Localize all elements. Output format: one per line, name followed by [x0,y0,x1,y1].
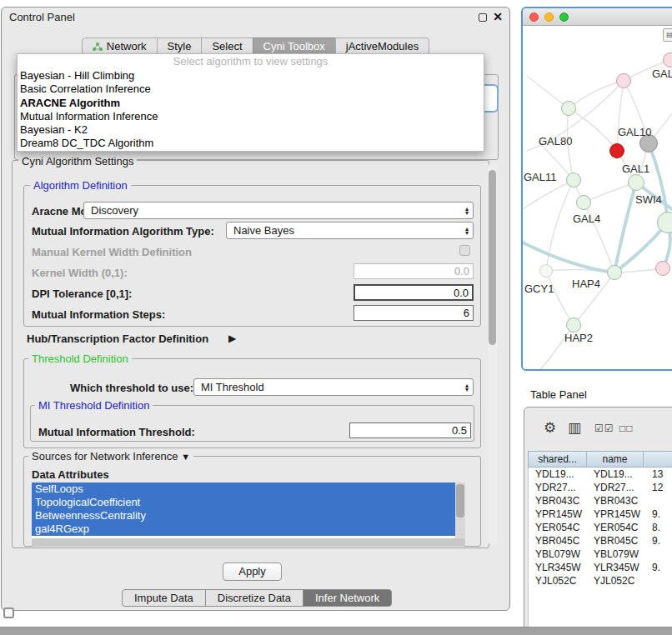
column-header[interactable] [644,452,672,467]
manual-kernel-checkbox[interactable] [459,245,470,256]
table-body: YDL19...YDL19...13 YDR27...YDR27...12 YB… [528,468,672,634]
dpi-tolerance-label: DPI Tolerance [0,1]: [32,288,132,300]
dpi-tolerance-input[interactable] [354,284,474,301]
clear-all-checkboxes-icon[interactable]: □□ [619,422,634,434]
dropdown-item[interactable]: Bayesian - K2 [18,123,484,137]
tab-network[interactable]: Network [82,38,158,55]
network-node[interactable] [628,174,644,191]
tab-impute-data[interactable]: Impute Data [122,589,206,607]
tab-cyni-toolbox[interactable]: Cyni Toolbox [253,38,336,55]
network-node[interactable] [607,265,622,280]
select-all-checkboxes-icon[interactable]: ☑☑ [594,422,614,434]
table-row[interactable]: YBR043CYBR043C [529,494,672,508]
dropdown-item[interactable]: Bayesian - Hill Climbing [18,69,484,82]
tab-label: Select [212,40,242,52]
zoom-traffic-light[interactable] [559,12,569,22]
expand-right-icon[interactable]: ▶ [228,332,236,344]
tab-discretize-data[interactable]: Discretize Data [205,589,303,607]
node-label: GAL10 [618,126,651,138]
mi-type-select[interactable]: Naive Bayes ▴▾ [226,222,474,239]
groupbox-legend: MI Threshold Definition [35,399,153,412]
scrollbar-thumb[interactable] [456,484,464,518]
network-node[interactable] [576,195,591,210]
node-label: GAL4 [573,212,600,225]
which-threshold-select[interactable]: MI Threshold ▴▾ [193,378,474,396]
data-attributes-label: Data Attributes [32,468,109,481]
columns-icon[interactable]: ▥ [568,419,581,437]
mi-steps-input[interactable] [354,305,474,321]
node-label: GAL1 [622,162,649,175]
network-node[interactable] [561,101,576,116]
network-view-window: GAL80 GAL10 GAL1 GAL11 SWI4 GAL4 GCY1 HA… [521,7,672,371]
table-row[interactable]: YBL079WYBL079W [529,548,672,561]
table-row[interactable]: YBR045CYBR045C9. [529,534,672,548]
groupbox-legend: Threshold Definition [28,352,132,365]
network-node[interactable] [566,318,581,332]
tab-style[interactable]: Style [157,38,203,55]
settings-scrollbar[interactable] [488,163,497,545]
docked-panel-icon[interactable] [3,608,14,618]
scrollbar-thumb[interactable] [489,170,496,345]
network-node[interactable] [609,143,624,158]
mi-type-label: Mutual Information Algorithm Type: [32,225,214,238]
kernel-width-input[interactable] [354,263,474,279]
network-node[interactable] [663,52,672,68]
dropdown-item-selected[interactable]: ARACNE Algorithm [18,97,484,110]
close-traffic-light[interactable] [529,12,539,22]
kernel-width-label: Kernel Width (0,1): [32,267,128,279]
tab-infer-network[interactable]: Infer Network [303,589,392,607]
float-window-icon[interactable] [479,13,487,22]
network-canvas[interactable]: GAL80 GAL10 GAL1 GAL11 SWI4 GAL4 GCY1 HA… [523,26,672,369]
table-row[interactable]: YPR145WYPR145W9. [529,508,672,521]
tab-label: Network [107,40,147,52]
list-item[interactable]: gal4RGexp [32,522,455,536]
gear-icon[interactable]: ⚙ [544,419,556,437]
apply-button[interactable]: Apply [223,562,282,581]
list-item[interactable]: TopologicalCoefficient [32,496,455,509]
collapse-down-icon[interactable]: ▼ [181,452,190,462]
table-row[interactable]: YDL19...YDL19...13 [529,468,672,481]
network-window-titlebar[interactable] [523,8,672,26]
node-label: GCY1 [524,282,554,295]
node-label: HAP2 [564,332,593,344]
minimize-traffic-light[interactable] [544,12,554,22]
data-attributes-list: SelfLoops TopologicalCoefficient Between… [32,482,465,538]
bottom-window-edge [0,627,672,635]
tab-label: jActiveModules [346,40,419,52]
list-item[interactable]: SelfLoops [32,482,455,496]
manual-kernel-label: Manual Kernel Width Definition [32,246,192,258]
network-node[interactable] [566,172,581,188]
column-header[interactable]: shared... [529,452,587,467]
node-label: GAL [652,68,672,80]
close-icon[interactable]: ✕ [493,10,503,23]
list-vertical-scrollbar[interactable] [455,482,465,538]
tab-jactivemodules[interactable]: jActiveModules [335,38,429,55]
dropdown-item[interactable]: Basic Correlation Inference [18,82,484,96]
stepper-icon: ▴▾ [465,227,469,235]
list-item[interactable]: BetweennessCentrality [32,509,455,522]
groupbox-legend: Cyni Algorithm Settings [18,155,137,168]
node-label: GAL80 [539,135,572,148]
network-node[interactable] [655,261,670,276]
network-node[interactable] [616,73,631,88]
table-row[interactable]: YLR345WYLR345W9. [529,561,672,574]
mi-threshold-input[interactable] [349,422,471,438]
select-value: Naive Bayes [233,224,294,237]
control-panel-tabs: Network Style Select Cyni Toolbox jActiv… [2,38,509,55]
mi-steps-label: Mutual Information Steps: [32,308,165,321]
scroll-corner-button[interactable]: ▤ [663,28,672,42]
table-row[interactable]: YER054CYER054C8. [529,521,672,534]
aracne-mode-select[interactable]: Discovery ▴▾ [83,202,474,219]
control-panel-titlebar[interactable]: Control Panel ✕ [2,8,509,28]
table-header: shared... name [528,451,672,468]
tab-select[interactable]: Select [201,38,253,55]
list-horizontal-scrollbar[interactable] [32,538,465,547]
dropdown-item[interactable]: Mutual Information Inference [18,110,484,123]
network-node[interactable] [539,264,553,278]
table-row[interactable]: YDR27...YDR27...12 [529,481,672,494]
dropdown-item[interactable]: Dream8 DC_TDC Algorithm [18,137,484,150]
table-row[interactable]: YJL052CYJL052C [529,574,672,588]
groupbox-legend: Algorithm Definition [30,179,131,192]
desktop: Control Panel ✕ Network Style Select Cyn… [0,0,672,635]
column-header[interactable]: name [587,452,644,467]
